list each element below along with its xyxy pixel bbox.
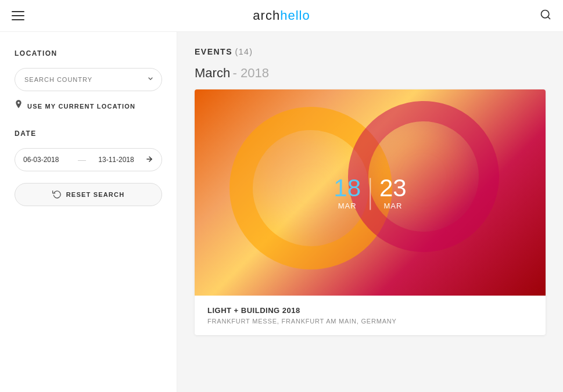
events-count: (14): [235, 47, 253, 56]
location-pin-icon: [15, 100, 23, 112]
reset-search-label: RESET SEARCH: [66, 191, 125, 198]
month-heading: March - 2018: [195, 66, 546, 81]
event-start-month: MAR: [334, 201, 361, 210]
main-layout: LOCATION USE MY CURRENT LOCATION DATE: [0, 32, 563, 392]
date-arrow-icon: [145, 155, 153, 165]
event-end-month: MAR: [379, 201, 407, 210]
reset-search-button[interactable]: RESET SEARCH: [15, 183, 162, 206]
hamburger-menu-icon[interactable]: [12, 11, 24, 20]
events-header: EVENTS (14): [195, 46, 546, 57]
event-start-date: 18 MAR: [325, 175, 370, 210]
reset-icon: [52, 189, 62, 200]
svg-line-1: [548, 16, 550, 19]
event-image-wrapper: 18 MAR 23 MAR: [195, 89, 546, 296]
event-date-overlay: 18 MAR 23 MAR: [325, 175, 415, 210]
site-logo[interactable]: archhello: [253, 8, 310, 23]
header: archhello: [0, 0, 563, 32]
date-from: 06-03-2018: [23, 156, 72, 164]
search-country-wrapper: [15, 68, 162, 91]
date-range-separator: —: [78, 155, 86, 164]
event-name: LIGHT + BUILDING 2018: [207, 306, 533, 315]
event-location: FRANKFURT MESSE, FRANKFURT AM MAIN, GERM…: [207, 318, 533, 325]
event-end-date: 23 MAR: [371, 175, 415, 210]
event-info: LIGHT + BUILDING 2018 FRANKFURT MESSE, F…: [195, 296, 546, 335]
use-current-location-label: USE MY CURRENT LOCATION: [27, 103, 135, 110]
use-current-location-row[interactable]: USE MY CURRENT LOCATION: [15, 100, 162, 112]
date-section-title: DATE: [15, 130, 162, 138]
header-search-icon[interactable]: [540, 9, 551, 23]
date-range-row[interactable]: 06-03-2018 — 13-11-2018: [15, 148, 162, 171]
date-section: DATE 06-03-2018 — 13-11-2018: [15, 130, 162, 171]
logo-hello-text: hello: [280, 8, 310, 23]
date-to: 13-11-2018: [92, 156, 141, 164]
search-country-input[interactable]: [15, 68, 162, 91]
events-title: EVENTS: [195, 47, 232, 56]
logo-arch-text: arch: [253, 8, 280, 23]
location-section-title: LOCATION: [15, 49, 162, 57]
event-start-day: 18: [334, 175, 361, 200]
month-label: March: [195, 66, 230, 80]
year-label: - 2018: [233, 66, 269, 80]
event-end-day: 23: [379, 175, 407, 200]
content-area: EVENTS (14) March - 2018 18 MAR: [177, 32, 563, 392]
event-card[interactable]: 18 MAR 23 MAR LIGHT + BUILDING 2018 FRAN…: [195, 89, 546, 335]
sidebar: LOCATION USE MY CURRENT LOCATION DATE: [0, 32, 177, 392]
